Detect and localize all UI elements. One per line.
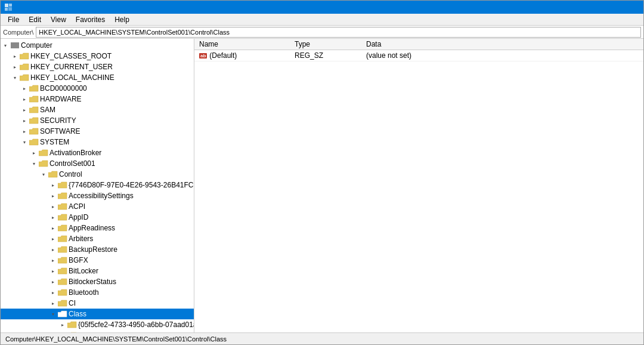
tree-item[interactable]: HKEY_CURRENT_USER [1,61,194,72]
folder-icon [58,181,67,189]
expand-btn[interactable] [48,309,58,319]
expand-btn[interactable] [48,288,58,297]
menu-help[interactable]: Help [110,14,134,25]
tree-item[interactable]: Bluetooth [1,287,194,298]
folder-icon [58,256,67,264]
minimize-button[interactable] [586,1,604,14]
expand-btn[interactable] [20,137,29,147]
expand-btn[interactable] [48,191,58,201]
data-row[interactable]: ab(Default)REG_SZ(value not set) [194,50,643,61]
tree-item-label: ActivationBroker [49,149,101,157]
expand-btn[interactable] [10,73,20,82]
tree-item[interactable]: {7746D80F-97E0-4E26-9543-26B41FC22F79} [1,180,194,190]
tree-item-label: BitLocker [69,267,98,275]
tree-item[interactable]: ControlSet001 [1,158,194,169]
tree-item[interactable]: ActivationBroker [1,147,194,158]
menu-view[interactable]: View [46,14,71,25]
folder-icon [58,245,67,254]
menu-file[interactable]: File [3,14,24,25]
expand-btn[interactable] [29,148,39,158]
tree-item[interactable]: BitLocker [1,266,194,276]
expand-btn[interactable] [58,320,67,329]
expand-btn[interactable] [48,234,58,244]
svg-rect-3 [8,7,12,11]
expand-btn[interactable] [48,266,58,276]
expand-btn[interactable] [48,298,58,308]
expand-btn[interactable] [10,51,20,61]
tree-item[interactable]: ACPI [1,201,194,212]
folder-icon [58,310,67,318]
tree-item[interactable]: AccessibilitySettings [1,190,194,201]
tree-item[interactable]: HKEY_LOCAL_MACHINE [1,72,194,83]
tree-item[interactable]: AppReadiness [1,223,194,233]
expand-btn[interactable] [20,84,29,93]
tree-item[interactable]: Computer [1,40,194,51]
tree-item-label: CI [69,299,76,307]
tree-item[interactable]: {05f5cfe2-4733-4950-a6bb-07aad01a3a84} [1,319,194,330]
expand-btn[interactable] [20,105,29,115]
tree-item-label: HKEY_LOCAL_MACHINE [30,73,114,82]
tree-item-label: SYSTEM [40,138,69,146]
expand-btn[interactable] [20,94,29,104]
title-bar [1,1,643,14]
tree-item[interactable]: SYSTEM [1,137,194,147]
tree-panel: ComputerHKEY_CLASSES_ROOTHKEY_CURRENT_US… [1,39,194,332]
menu-edit[interactable]: Edit [24,14,46,25]
menu-favorites[interactable]: Favorites [71,14,110,25]
close-button[interactable] [622,1,640,14]
folder-icon [29,138,39,146]
tree-item-label: HKEY_CURRENT_USER [30,63,113,71]
expand-btn[interactable] [48,202,58,211]
expand-btn[interactable] [48,223,58,233]
expand-btn[interactable] [48,180,58,190]
tree-item[interactable]: CI [1,298,194,309]
tree-item[interactable]: Arbiters [1,233,194,244]
folder-icon [10,41,20,50]
folder-icon [39,159,48,168]
col-data: Data [361,39,643,50]
folder-icon [58,278,67,286]
tree-item-label: AccessibilitySettings [69,192,134,200]
tree-item[interactable]: SOFTWARE [1,126,194,137]
tree-item[interactable]: SECURITY [1,115,194,126]
registry-icon [4,3,13,11]
tree-item[interactable]: SAM [1,104,194,115]
tree-item[interactable]: Control [1,169,194,180]
tree-item[interactable]: HKEY_CLASSES_ROOT [1,51,194,61]
folder-icon [29,116,39,125]
tree-item[interactable]: BGFX [1,255,194,266]
data-row-name: ab(Default) [194,50,290,61]
expand-btn[interactable] [48,277,58,287]
tree-item[interactable]: BCD00000000 [1,83,194,94]
maximize-button[interactable] [604,1,622,14]
svg-rect-0 [5,4,8,7]
ab-icon: ab [199,53,207,58]
tree-item[interactable]: HARDWARE [1,94,194,104]
expand-btn[interactable] [48,255,58,265]
address-input[interactable] [36,27,641,38]
folder-icon [48,170,58,178]
status-bar: Computer\HKEY_LOCAL_MACHINE\SYSTEM\Contr… [1,332,643,344]
expand-btn[interactable] [29,159,39,168]
tree-item[interactable]: Class [1,309,194,319]
tree-item-label: ControlSet001 [49,159,95,168]
tree-item[interactable]: BitlockerStatus [1,276,194,287]
tree-item[interactable]: BackupRestore [1,244,194,255]
folder-icon [20,52,29,60]
tree-item[interactable]: AppID [1,212,194,223]
expand-btn[interactable] [1,41,10,50]
expand-btn[interactable] [10,62,20,72]
tree-item-label: SECURITY [40,116,76,125]
expand-btn[interactable] [20,116,29,125]
expand-btn[interactable] [48,212,58,222]
folder-icon [58,267,67,275]
expand-btn[interactable] [20,127,29,136]
folder-icon [58,224,67,232]
folder-icon [29,95,39,103]
data-table: Name Type Data ab(Default)REG_SZ(value n… [194,39,643,61]
data-panel: Name Type Data ab(Default)REG_SZ(value n… [194,39,643,332]
expand-btn[interactable] [48,245,58,254]
tree-item-label: ACPI [69,202,85,211]
tree-item-label: HARDWARE [40,95,82,103]
expand-btn[interactable] [39,170,48,179]
